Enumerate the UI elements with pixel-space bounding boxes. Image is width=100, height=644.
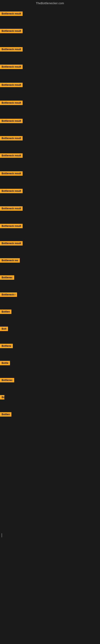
bottleneck-item[interactable]: Bottleneck result xyxy=(0,153,23,158)
bottleneck-item[interactable]: Bottleneck result xyxy=(0,83,23,88)
bottleneck-badge: Bottlenec xyxy=(0,275,14,280)
bottleneck-badge: Bottlen xyxy=(0,310,11,314)
bottleneck-badge: Bottleneck result xyxy=(0,136,23,140)
bottleneck-badge: Bottleneck result xyxy=(0,100,23,105)
bottleneck-badge: Bottleneck result xyxy=(0,29,23,33)
site-title: TheBottlenecker.com xyxy=(0,0,100,6)
bottleneck-badge: Bottleneck result xyxy=(0,153,23,158)
bottleneck-badge: Bottleneck result xyxy=(0,241,23,246)
bottleneck-badge: Bottleneck r xyxy=(0,292,17,297)
bottleneck-item[interactable]: Bottleneck result xyxy=(0,136,23,141)
bottleneck-item[interactable]: Bottlen xyxy=(0,412,11,418)
bottleneck-item[interactable]: Bottleneck result xyxy=(0,47,23,52)
bottleneck-badge: Bottleneck result xyxy=(0,171,23,176)
bottleneck-badge: Bottleneck result xyxy=(0,83,23,87)
bottleneck-item[interactable]: Bottlenec xyxy=(0,275,14,280)
bottleneck-item[interactable]: Bottleneck result xyxy=(0,12,23,17)
bottleneck-item[interactable]: Bottleneck result xyxy=(0,241,23,246)
bottleneck-item[interactable]: Bottlen xyxy=(0,310,11,315)
bottleneck-badge: Bottleneck res xyxy=(0,258,20,263)
bottleneck-item[interactable]: Bottle xyxy=(0,361,10,366)
bottleneck-badge: Bo xyxy=(0,395,4,400)
bottleneck-item[interactable]: Bottleneck result xyxy=(0,119,23,124)
bottleneck-item[interactable]: Bottleneck result xyxy=(0,171,23,176)
bottleneck-item[interactable]: Bottlenec xyxy=(0,378,14,383)
bottleneck-item[interactable]: Bottleneck result xyxy=(0,189,23,194)
bottleneck-item[interactable]: Bott xyxy=(0,327,8,332)
bottleneck-badge: Bottleneck result xyxy=(0,47,23,52)
bottleneck-badge: Bottleneck result xyxy=(0,206,23,211)
bottleneck-badge: Bottleneck result xyxy=(0,224,23,228)
bottleneck-badge: Bottlen xyxy=(0,412,11,416)
bottleneck-item[interactable]: Bottleneck result xyxy=(0,206,23,212)
bottleneck-item[interactable]: Bottleneck result xyxy=(0,64,23,70)
bottleneck-item[interactable]: Bottlene xyxy=(0,344,13,349)
bottleneck-badge: Bottleneck result xyxy=(0,64,23,69)
bottleneck-badge: Bott xyxy=(0,327,8,331)
bottleneck-item[interactable]: Bottleneck result xyxy=(0,224,23,229)
bottleneck-badge: Bottle xyxy=(0,361,10,365)
bottleneck-item[interactable]: Bottleneck result xyxy=(0,29,23,34)
cursor-line xyxy=(1,533,2,537)
bottleneck-badge: Bottleneck result xyxy=(0,119,23,123)
bottleneck-item[interactable]: Bottleneck res xyxy=(0,258,20,264)
bottleneck-badge: Bottleneck result xyxy=(0,12,23,16)
bottleneck-item[interactable]: Bottleneck result xyxy=(0,100,23,106)
bottleneck-badge: Bottlenec xyxy=(0,378,14,382)
bottleneck-item[interactable]: Bo xyxy=(0,395,4,400)
bottleneck-item[interactable]: Bottleneck r xyxy=(0,292,17,298)
bottleneck-badge: Bottlene xyxy=(0,344,13,348)
bottleneck-badge: Bottleneck result xyxy=(0,189,23,193)
